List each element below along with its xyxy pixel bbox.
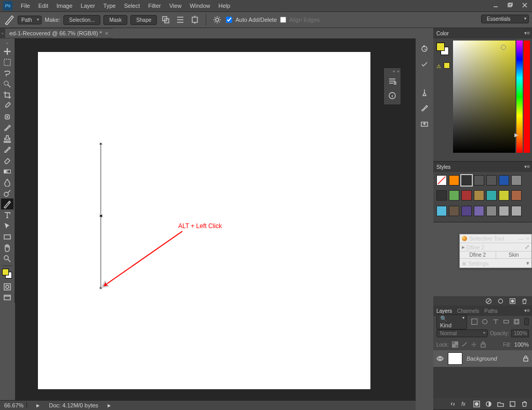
auto-add-delete-checkbox[interactable] bbox=[226, 17, 232, 23]
move-tool[interactable] bbox=[1, 46, 14, 57]
menu-filter[interactable]: Filter bbox=[144, 1, 165, 10]
panel-menu-icon[interactable]: ▾≡ bbox=[524, 30, 530, 36]
document-tab[interactable]: ed-1-Recovered @ 66.7% (RGB/8) * × bbox=[5, 29, 113, 38]
gamut-warning-icon[interactable]: ⚠ bbox=[436, 63, 441, 69]
style-swatch[interactable] bbox=[499, 175, 509, 186]
style-swatch[interactable] bbox=[511, 190, 522, 201]
fill-value[interactable]: 100% bbox=[514, 341, 529, 348]
style-swatch[interactable] bbox=[499, 206, 509, 216]
strip-expand-icon[interactable] bbox=[416, 34, 433, 38]
layer-thumbnail[interactable] bbox=[448, 352, 462, 365]
color-swatches[interactable] bbox=[1, 269, 14, 281]
channels-tab[interactable]: Channels bbox=[457, 308, 479, 314]
status-caret-icon[interactable]: ▶ bbox=[108, 403, 111, 408]
path-op-combine-icon[interactable] bbox=[160, 14, 171, 25]
blend-mode-dropdown[interactable]: Normal bbox=[436, 329, 488, 337]
layer-fx-icon[interactable]: fx bbox=[461, 401, 468, 407]
info-panel-icon[interactable] bbox=[385, 89, 400, 102]
close-tab-icon[interactable]: × bbox=[105, 30, 108, 36]
menu-layer[interactable]: Layer bbox=[76, 1, 99, 10]
healing-tool[interactable] bbox=[1, 111, 14, 122]
menu-image[interactable]: Image bbox=[52, 1, 77, 10]
style-swatch[interactable] bbox=[461, 206, 472, 216]
canvas[interactable]: ALT + Left Click bbox=[38, 52, 370, 389]
canvas-area[interactable]: ALT + Left Click bbox=[15, 38, 416, 400]
window-close[interactable] bbox=[517, 0, 532, 10]
actions-panel-icon[interactable] bbox=[417, 59, 432, 70]
lock-all-icon[interactable] bbox=[480, 341, 486, 348]
make-shape-button[interactable]: Shape bbox=[130, 15, 157, 25]
make-selection-button[interactable]: Selection... bbox=[63, 15, 100, 25]
style-swatch[interactable] bbox=[486, 206, 497, 216]
align-edges-checkbox[interactable] bbox=[280, 17, 286, 23]
selective-product[interactable]: Dfine 2 bbox=[467, 244, 485, 250]
paths-tab[interactable]: Paths bbox=[484, 308, 498, 314]
toolbox-expand-icon[interactable]: » bbox=[0, 41, 15, 46]
filter-smart-icon[interactable] bbox=[513, 318, 520, 325]
history-brush-tool[interactable] bbox=[1, 144, 14, 155]
style-swatch[interactable] bbox=[474, 175, 484, 186]
marquee-tool[interactable] bbox=[1, 57, 14, 68]
gear-icon[interactable] bbox=[211, 14, 223, 25]
lock-transparent-icon[interactable] bbox=[452, 341, 458, 348]
lock-icon[interactable] bbox=[523, 355, 529, 362]
pen-tool[interactable] bbox=[1, 199, 14, 209]
clone-source-icon[interactable] bbox=[417, 118, 432, 129]
path-select-tool[interactable] bbox=[1, 220, 14, 231]
adjustment-layer-icon[interactable] bbox=[485, 401, 492, 407]
zoom-tool[interactable] bbox=[1, 253, 14, 264]
menu-select[interactable]: Select bbox=[120, 1, 144, 10]
make-mask-button[interactable]: Mask bbox=[103, 15, 127, 25]
screen-mode-icon[interactable] bbox=[1, 292, 14, 303]
group-icon[interactable] bbox=[497, 401, 504, 407]
brush-panel-icon[interactable] bbox=[417, 87, 432, 98]
rectangle-tool[interactable] bbox=[1, 231, 14, 242]
eyedropper-tool[interactable] bbox=[1, 100, 14, 111]
eraser-tool[interactable] bbox=[1, 155, 14, 166]
panel-menu-icon[interactable]: ▾≡ bbox=[524, 308, 530, 313]
style-swatch[interactable] bbox=[461, 190, 472, 201]
path-arrange-icon[interactable] bbox=[189, 14, 201, 25]
window-restore[interactable] bbox=[503, 0, 517, 10]
style-swatch[interactable] bbox=[474, 190, 484, 201]
no-icon[interactable] bbox=[485, 298, 492, 305]
color-picker-field[interactable] bbox=[453, 41, 515, 153]
dock-close-icon[interactable]: × bbox=[397, 69, 400, 73]
workspace-dropdown[interactable]: Essentials bbox=[481, 15, 529, 23]
crop-tool[interactable] bbox=[1, 89, 14, 100]
style-swatch[interactable] bbox=[461, 175, 472, 186]
gradient-tool[interactable] bbox=[1, 166, 14, 177]
lock-pixels-icon[interactable] bbox=[461, 341, 468, 348]
path-align-icon[interactable] bbox=[175, 14, 186, 25]
blur-tool[interactable] bbox=[1, 177, 14, 188]
window-minimize[interactable] bbox=[488, 0, 503, 10]
menu-type[interactable]: Type bbox=[99, 1, 120, 10]
style-swatch[interactable] bbox=[474, 206, 484, 216]
brush-tool[interactable] bbox=[1, 122, 14, 133]
delete-layer-icon[interactable] bbox=[521, 401, 528, 407]
tab-expand-icon[interactable]: » bbox=[0, 28, 5, 38]
styles-tab[interactable]: Styles bbox=[436, 164, 450, 170]
properties-dock[interactable]: «× bbox=[383, 68, 401, 105]
lock-position-icon[interactable] bbox=[471, 341, 477, 348]
hue-slider-thumb-icon[interactable]: ▶ bbox=[514, 132, 518, 138]
panel-menu-icon[interactable]: ▾≡ bbox=[524, 164, 530, 169]
layer-name[interactable]: Background bbox=[467, 355, 497, 362]
selective-settings[interactable]: Settings bbox=[468, 260, 489, 267]
mask-icon[interactable] bbox=[509, 298, 516, 305]
menu-help[interactable]: Help bbox=[214, 1, 234, 10]
history-panel-icon[interactable] bbox=[417, 44, 432, 54]
quick-select-tool[interactable] bbox=[1, 78, 14, 89]
color-tab[interactable]: Color bbox=[436, 31, 449, 36]
style-swatch[interactable] bbox=[486, 190, 497, 201]
style-swatch[interactable] bbox=[449, 190, 459, 201]
menu-view[interactable]: View bbox=[165, 1, 186, 10]
link-layers-icon[interactable] bbox=[449, 401, 456, 407]
adjust-icon[interactable] bbox=[497, 298, 504, 305]
new-layer-icon[interactable] bbox=[509, 401, 516, 407]
style-swatch[interactable] bbox=[436, 190, 447, 201]
menu-window[interactable]: Window bbox=[185, 1, 214, 10]
layer-mask-icon[interactable] bbox=[473, 401, 480, 407]
character-panel-icon[interactable] bbox=[385, 74, 400, 88]
selective-subtab-2[interactable]: Skin bbox=[496, 252, 532, 258]
